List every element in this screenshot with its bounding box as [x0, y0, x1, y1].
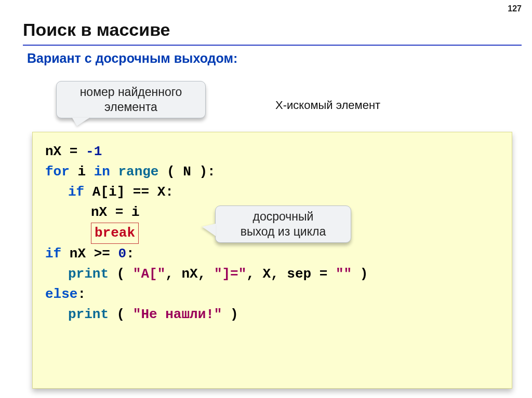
code-token: A[i] == X:: [84, 184, 174, 200]
code-token: else: [45, 286, 77, 302]
code-token: -1: [86, 144, 102, 159]
callout-text: досрочный: [253, 210, 314, 223]
page-title: Поиск в массиве: [23, 20, 170, 40]
code-line: print ( "A[", nX, "]=", X, sep = "" ): [45, 264, 499, 284]
code-token: ( N ):: [158, 164, 215, 180]
divider: [23, 45, 522, 46]
code-token: in: [94, 164, 110, 180]
code-token: , X, sep =: [246, 266, 336, 282]
code-token: nX: [45, 144, 61, 159]
break-keyword: break: [91, 223, 139, 244]
code-token: , nX,: [165, 266, 214, 282]
code-line: print ( "Не нашли!" ): [45, 305, 499, 325]
callout-text: номер найденного: [80, 85, 182, 99]
code-line: else:: [45, 284, 499, 305]
code-token: (: [109, 307, 133, 322]
code-token: nX = i: [91, 204, 140, 220]
code-token: =: [61, 144, 86, 159]
subtitle: Вариант с досрочным выходом:: [27, 51, 237, 66]
code-token: i: [70, 164, 94, 180]
code-token: print: [68, 307, 109, 322]
callout-text: элемента: [104, 100, 157, 114]
code-block: nX = -1 for i in range ( N ): if A[i] ==…: [32, 132, 512, 389]
code-token: range: [118, 164, 158, 180]
code-token: :: [126, 246, 135, 262]
code-token: "Не нашли!": [133, 307, 222, 322]
code-token: "]=": [214, 266, 246, 282]
code-token: print: [68, 266, 109, 282]
code-token: ): [352, 266, 368, 282]
code-token: if: [45, 246, 61, 262]
code-line: nX = -1: [45, 142, 499, 162]
page-number: 127: [508, 4, 522, 13]
code-token: 0: [118, 246, 126, 262]
code-token: nX >=: [61, 246, 118, 262]
code-token: :: [77, 286, 86, 302]
code-token: ): [222, 307, 238, 322]
code-token: if: [68, 184, 84, 200]
code-token: for: [45, 164, 70, 180]
legend-line: X-искомый элемент: [275, 99, 380, 112]
code-token: "A[": [133, 266, 165, 282]
callout-found-index: номер найденного элемента: [56, 81, 206, 118]
code-line: for i in range ( N ):: [45, 162, 499, 182]
callout-text: выход из цикла: [241, 225, 326, 238]
code-token: (: [109, 266, 133, 282]
callout-early-exit: досрочный выход из цикла: [215, 205, 351, 243]
code-token: [110, 164, 118, 180]
code-line: if A[i] == X:: [45, 182, 499, 202]
code-token: "": [336, 266, 352, 282]
code-line: if nX >= 0:: [45, 244, 499, 264]
